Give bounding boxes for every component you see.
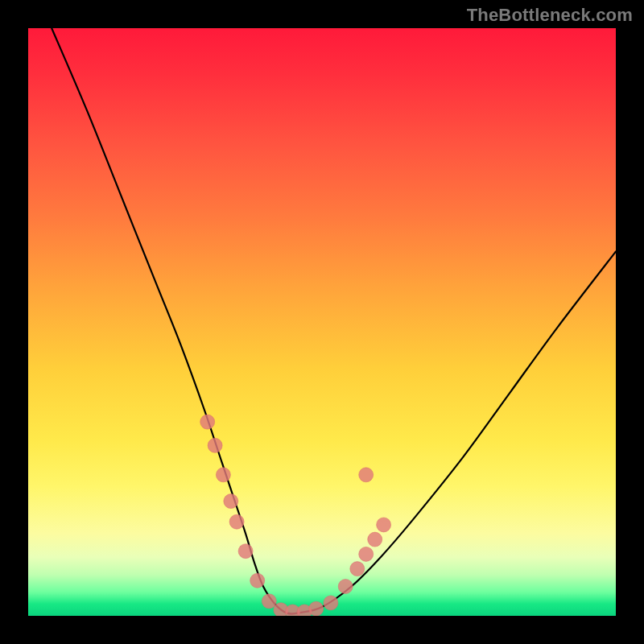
data-marker — [324, 596, 338, 610]
bottleneck-curve — [52, 28, 616, 614]
watermark-text: TheBottleneck.com — [467, 5, 633, 26]
data-marker — [224, 494, 238, 509]
data-marker — [262, 594, 276, 609]
data-marker — [350, 562, 365, 576]
data-marker — [377, 518, 391, 532]
data-marker — [200, 415, 215, 429]
chart-frame: TheBottleneck.com — [0, 0, 644, 644]
data-marker — [359, 547, 374, 561]
data-marker — [368, 532, 382, 547]
data-marker — [250, 573, 265, 588]
marker-group — [200, 415, 391, 616]
plot-area — [28, 28, 616, 616]
data-marker — [338, 580, 353, 594]
data-marker — [229, 514, 244, 529]
data-marker — [359, 468, 374, 482]
chart-svg — [28, 28, 616, 616]
data-marker — [208, 438, 222, 452]
data-marker — [238, 544, 253, 559]
data-marker — [309, 601, 324, 616]
data-marker — [216, 468, 230, 482]
